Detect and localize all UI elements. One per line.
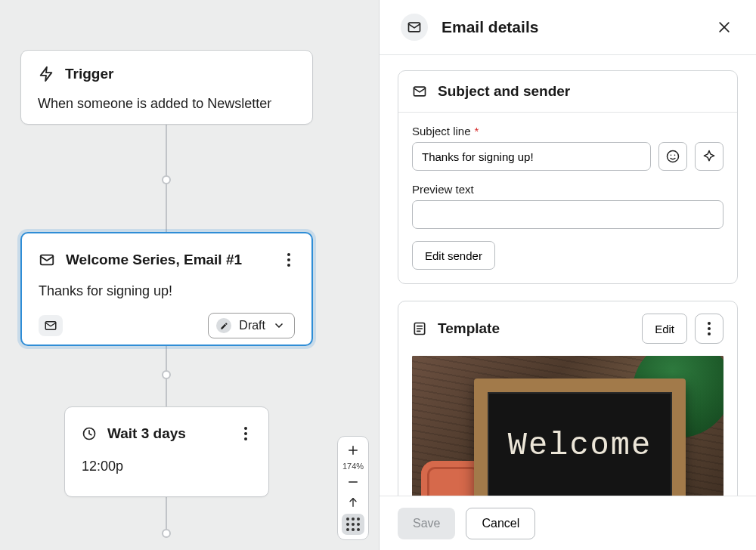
email-card[interactable]: Welcome Series, Email #1 Thanks for sign… [20,232,313,346]
email-card-menu-button[interactable] [283,249,295,271]
edit-sender-button[interactable]: Edit sender [412,241,495,270]
mail-icon [401,14,428,41]
details-panel: Email details Subject and sender Subject… [380,0,756,550]
connector-node[interactable] [162,370,171,379]
cancel-button[interactable]: Cancel [466,508,535,539]
wait-card-menu-button[interactable] [240,422,252,445]
close-button[interactable] [714,17,735,38]
wait-card[interactable]: Wait 3 days 12:00p [64,406,269,497]
edit-template-button[interactable]: Edit [642,314,687,344]
mail-icon [412,84,427,99]
email-type-chip[interactable] [39,315,63,336]
connector-node[interactable] [162,529,171,538]
trigger-card[interactable]: Trigger When someone is added to Newslet… [20,50,313,125]
zoom-reset-button[interactable] [342,493,364,511]
email-status-dropdown[interactable]: Draft [208,313,295,338]
zoom-controls: 174% [337,436,369,540]
subject-label: Subject line* [412,125,723,138]
mail-icon [39,252,55,268]
template-section: Template Edit Welcome [398,301,738,496]
preview-label: Preview text [412,183,723,196]
svg-point-11 [668,151,679,162]
subject-sender-section: Subject and sender Subject line* Preview… [398,70,738,284]
connector-node[interactable] [162,175,171,184]
zoom-level: 174% [342,462,364,471]
clock-icon [82,426,97,441]
svg-point-12 [671,155,672,156]
emoji-button[interactable] [658,142,687,171]
template-icon [412,321,427,336]
svg-point-13 [674,155,676,156]
flow-canvas[interactable]: Trigger When someone is added to Newslet… [0,0,380,550]
email-status-label: Draft [239,319,265,332]
minimap-button[interactable] [342,514,364,535]
panel-title: Email details [442,18,538,36]
letterboard: Welcome [474,379,686,496]
preview-text-input[interactable] [412,200,723,229]
wait-card-title: Wait 3 days [107,425,186,442]
panel-footer: Save Cancel [380,496,756,550]
trigger-description: When someone is added to Newsletter [38,96,296,112]
email-card-subject: Thanks for signing up! [39,283,295,299]
zoom-out-button[interactable] [342,473,364,491]
pencil-icon [216,318,231,333]
save-button[interactable]: Save [398,508,455,539]
panel-header: Email details [380,0,756,55]
template-preview[interactable]: Welcome [412,356,723,496]
zoom-in-button[interactable] [342,441,364,459]
template-menu-button[interactable] [695,314,723,344]
subject-input[interactable] [412,142,651,171]
wait-card-time: 12:00p [82,459,252,474]
chevron-down-icon [273,320,285,332]
trigger-title: Trigger [65,66,113,82]
ai-sparkle-button[interactable] [695,142,723,171]
required-indicator: * [475,125,479,138]
email-card-title: Welcome Series, Email #1 [66,252,242,268]
section-title: Template [438,320,500,337]
section-title: Subject and sender [438,83,570,100]
bolt-icon [38,66,54,82]
welcome-text: Welcome [508,428,652,464]
